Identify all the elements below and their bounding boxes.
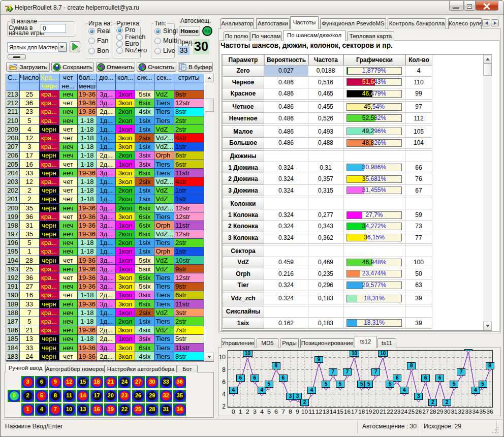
svg-text:20: 20 xyxy=(372,409,379,415)
svg-text:6: 6 xyxy=(222,379,226,386)
svg-text:11: 11 xyxy=(308,409,315,415)
svg-text:16: 16 xyxy=(344,409,351,415)
svg-text:18: 18 xyxy=(358,409,365,415)
svg-text:23: 23 xyxy=(394,409,400,415)
svg-text:0: 0 xyxy=(232,409,235,415)
svg-text:34: 34 xyxy=(472,409,480,415)
svg-text:26: 26 xyxy=(415,409,422,415)
svg-text:19: 19 xyxy=(365,409,372,415)
svg-text:2: 2 xyxy=(246,409,249,415)
svg-text:13: 13 xyxy=(323,409,329,415)
svg-text:30: 30 xyxy=(444,409,450,415)
svg-text:29: 29 xyxy=(436,409,443,415)
svg-text:10: 10 xyxy=(219,354,226,361)
svg-text:27: 27 xyxy=(422,409,429,415)
svg-text:10: 10 xyxy=(301,409,308,415)
svg-text:1: 1 xyxy=(239,409,242,415)
svg-text:6: 6 xyxy=(274,409,278,415)
svg-text:28: 28 xyxy=(429,409,436,415)
svg-text:25: 25 xyxy=(408,409,415,415)
svg-text:2: 2 xyxy=(222,403,226,410)
svg-text:7: 7 xyxy=(281,409,285,415)
svg-text:4: 4 xyxy=(222,391,226,398)
svg-text:9: 9 xyxy=(296,409,299,415)
svg-text:32: 32 xyxy=(458,409,464,415)
svg-text:12: 12 xyxy=(316,409,322,415)
svg-text:21: 21 xyxy=(380,409,386,415)
svg-text:24: 24 xyxy=(401,409,408,415)
svg-text:3: 3 xyxy=(253,409,257,415)
svg-text:8: 8 xyxy=(289,409,292,415)
svg-text:17: 17 xyxy=(351,409,358,415)
svg-text:4: 4 xyxy=(260,409,264,415)
svg-text:14: 14 xyxy=(330,409,337,415)
svg-text:22: 22 xyxy=(387,409,393,415)
svg-text:35: 35 xyxy=(480,409,486,415)
svg-text:8: 8 xyxy=(222,366,226,373)
svg-text:33: 33 xyxy=(465,409,472,415)
svg-text:15: 15 xyxy=(337,409,343,415)
svg-text:36: 36 xyxy=(487,409,493,415)
svg-text:5: 5 xyxy=(267,409,271,415)
svg-text:31: 31 xyxy=(451,409,457,415)
